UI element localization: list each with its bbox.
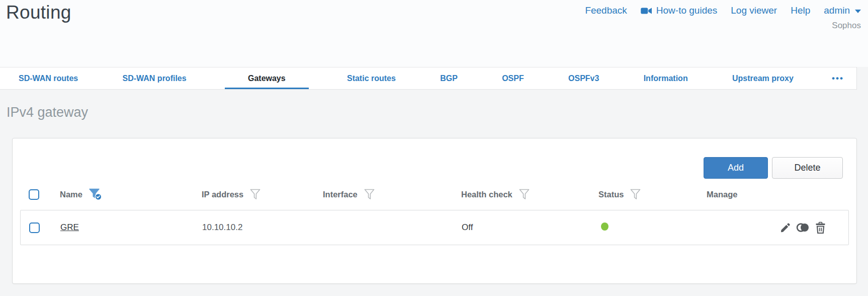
tab-upstream-proxy[interactable]: Upstream proxy — [726, 67, 800, 89]
column-header-ip-address: IP address — [202, 190, 243, 199]
column-header-name: Name — [60, 190, 82, 199]
gateway-health-check: Off — [462, 223, 599, 233]
tab-information[interactable]: Information — [638, 67, 694, 89]
gateway-table-card: Add Delete Name IP address — [12, 138, 857, 284]
tab-ospf[interactable]: OSPF — [496, 67, 530, 89]
help-link[interactable]: Help — [791, 5, 810, 16]
column-header-interface: Interface — [323, 190, 358, 199]
table-body: GRE 10.10.10.2 Off — [20, 210, 849, 245]
page-title: Routing — [6, 2, 71, 23]
tab-sdwan-profiles[interactable]: SD-WAN profiles — [117, 67, 193, 89]
section-title: IPv4 gateway — [7, 103, 868, 121]
health-check-filter-icon[interactable] — [519, 189, 530, 200]
tab-ospfv3[interactable]: OSPFv3 — [562, 67, 605, 89]
edit-pencil-icon[interactable] — [779, 221, 792, 234]
table-toolbar: Add Delete — [13, 138, 856, 179]
add-button[interactable]: Add — [704, 157, 768, 179]
ip-address-filter-icon[interactable] — [250, 189, 261, 200]
trash-delete-icon[interactable] — [815, 221, 826, 234]
status-filter-icon[interactable] — [630, 189, 641, 200]
delete-button[interactable]: Delete — [772, 157, 843, 179]
column-header-status: Status — [598, 190, 624, 199]
status-up-indicator — [601, 223, 609, 231]
video-camera-icon — [641, 7, 652, 15]
more-tabs-ellipsis-icon[interactable]: ••• — [832, 67, 844, 89]
brand-label: Sophos — [585, 21, 861, 31]
top-nav: Feedback How-to guides Log viewer Help a… — [585, 5, 861, 31]
select-all-checkbox[interactable] — [29, 189, 39, 200]
gateway-ip-address: 10.10.10.2 — [202, 223, 323, 233]
column-header-manage: Manage — [707, 190, 737, 199]
howto-guides-link[interactable]: How-to guides — [641, 5, 717, 16]
routing-tab-bar: SD-WAN routes SD-WAN profiles Gateways S… — [0, 67, 857, 90]
top-header: Routing Feedback How-to guides Log viewe… — [0, 0, 868, 67]
tab-gateways[interactable]: Gateways — [225, 67, 309, 89]
feedback-link[interactable]: Feedback — [585, 5, 627, 16]
name-filter-active-icon[interactable] — [89, 188, 102, 200]
tab-sdwan-routes[interactable]: SD-WAN routes — [13, 67, 84, 89]
clone-icon[interactable] — [796, 221, 810, 234]
table-header-row: Name IP address Interface — [20, 179, 849, 210]
row-checkbox[interactable] — [29, 223, 40, 233]
user-menu[interactable]: admin — [824, 5, 861, 16]
log-viewer-link[interactable]: Log viewer — [731, 5, 777, 16]
main-content: IPv4 gateway Add Delete Name — [0, 103, 868, 284]
table-row: GRE 10.10.10.2 Off — [21, 210, 848, 245]
tab-bgp[interactable]: BGP — [434, 67, 464, 89]
column-header-health-check: Health check — [461, 190, 512, 199]
interface-filter-icon[interactable] — [364, 189, 375, 200]
caret-down-icon — [855, 10, 861, 13]
gateway-name-link[interactable]: GRE — [60, 223, 79, 232]
tab-static-routes[interactable]: Static routes — [341, 67, 402, 89]
